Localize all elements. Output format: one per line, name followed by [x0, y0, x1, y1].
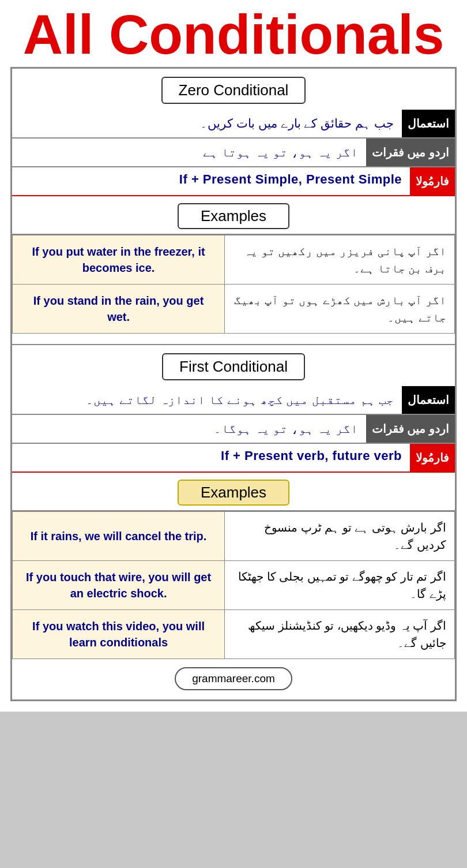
first-urdu-row: اردو میں فقرات اگر یہ ہو، تو یہ ہوگا۔ — [12, 415, 455, 444]
first-conditional-title: First Conditional — [162, 353, 305, 380]
zero-examples-title: Examples — [178, 203, 289, 229]
first-urdu-label: اردو میں فقرات — [366, 415, 455, 443]
first-formula-text: If + Present verb, future verb — [12, 444, 410, 472]
zero-example-2-ur: اگر آپ بارش میں کھڑے ہوں تو آپ بھیگ جاتے… — [225, 284, 455, 333]
zero-usage-text: جب ہم حقائق کے بارے میں بات کریں۔ — [12, 110, 402, 137]
content-area: Zero Conditional استعمال جب ہم حقائق کے … — [10, 67, 457, 701]
zero-example-1-en: If you put water in the freezer, it beco… — [13, 235, 225, 284]
first-conditional-header-section: First Conditional — [12, 345, 455, 386]
first-example-1-en: If it rains, we will cancel the trip. — [13, 511, 225, 560]
zero-conditional-title: Zero Conditional — [161, 77, 306, 104]
footer-url: grammareer.com — [175, 667, 292, 690]
zero-usage-label: استعمال — [402, 110, 455, 137]
zero-urdu-label: اردو میں فقرات — [366, 139, 455, 166]
first-examples-table: If it rains, we will cancel the trip. اگ… — [12, 511, 455, 659]
zero-examples-table: If you put water in the freezer, it beco… — [12, 235, 455, 334]
page: All Conditionals Zero Conditional استعما… — [0, 0, 467, 712]
first-formula-row: فارمُولا If + Present verb, future verb — [12, 444, 455, 473]
table-row: If it rains, we will cancel the trip. اگ… — [13, 511, 455, 560]
first-example-3-en: If you watch this video, you will learn … — [13, 609, 225, 659]
first-urdu-text: اگر یہ ہو، تو یہ ہوگا۔ — [12, 415, 366, 443]
first-usage-label: استعمال — [402, 386, 455, 414]
page-title: All Conditionals — [0, 0, 467, 67]
first-example-2-en: If you touch that wire, you will get an … — [13, 560, 225, 609]
first-example-3-ur: اگر آپ یہ وڈیو دیکھیں، تو کنڈیشنلز سیکھ … — [225, 609, 455, 659]
first-example-1-ur: اگر بارش ہوتی ہے تو ہم ٹرپ منسوخ کردیں گ… — [225, 511, 455, 560]
zero-formula-label: فارمُولا — [410, 167, 455, 195]
zero-examples-header-section: Examples — [12, 196, 455, 235]
first-usage-text: جب ہم مستقبل میں کچھ ہونے کا اندازہ لگات… — [12, 386, 402, 414]
first-examples-title: Examples — [178, 480, 289, 506]
section-gap — [12, 334, 455, 345]
zero-example-2-en: If you stand in the rain, you get wet. — [13, 284, 225, 333]
zero-urdu-row: اردو میں فقرات اگر یہ ہو، تو یہ ہوتا ہے — [12, 139, 455, 167]
zero-usage-row: استعمال جب ہم حقائق کے بارے میں بات کریں… — [12, 110, 455, 139]
first-formula-label: فارمُولا — [410, 444, 455, 472]
zero-formula-row: فارمُولا If + Present Simple, Present Si… — [12, 167, 455, 196]
footer: grammareer.com — [12, 659, 455, 699]
zero-urdu-text: اگر یہ ہو، تو یہ ہوتا ہے — [12, 139, 366, 166]
table-row: If you touch that wire, you will get an … — [13, 560, 455, 609]
zero-example-1-ur: اگر آپ پانی فریزر میں رکھیں تو یہ برف بن… — [225, 235, 455, 284]
zero-conditional-header-section: Zero Conditional — [12, 69, 455, 110]
zero-formula-text: If + Present Simple, Present Simple — [12, 167, 410, 195]
table-row: If you put water in the freezer, it beco… — [13, 235, 455, 284]
first-usage-row: استعمال جب ہم مستقبل میں کچھ ہونے کا اند… — [12, 386, 455, 415]
first-examples-header-section: Examples — [12, 473, 455, 511]
first-example-2-ur: اگر تم تار کو چھوگے تو تمہیں بجلی کا جھٹ… — [225, 560, 455, 609]
table-row: If you stand in the rain, you get wet. ا… — [13, 284, 455, 333]
table-row: If you watch this video, you will learn … — [13, 609, 455, 659]
